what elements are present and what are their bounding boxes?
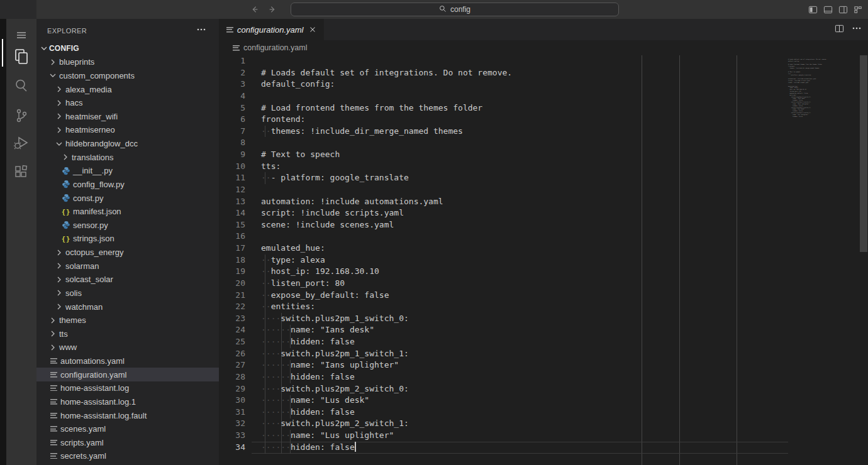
code-line[interactable] (261, 90, 512, 102)
customize-layout-icon[interactable] (854, 5, 863, 14)
tree-item-solarman[interactable]: solarman (36, 259, 219, 273)
code-line[interactable]: ······name: "Lus uplighter" (261, 430, 512, 442)
tree-item-home-assistant.log.fault[interactable]: home-assistant.log.fault (36, 408, 219, 422)
tree-item-config_flow.py[interactable]: config_flow.py (36, 178, 219, 192)
line-number: 12 (219, 184, 245, 196)
tab-configuration-yaml[interactable]: configuration.yaml (219, 19, 324, 40)
code-line[interactable]: ····switch.plus2pm_1_switch_1: (261, 348, 512, 360)
tree-item-heatmiser_wifi[interactable]: heatmiser_wifi (36, 110, 219, 124)
code-line[interactable]: ····switch.plus2pm_2_switch_1: (261, 418, 512, 430)
code-line[interactable]: ······hidden: false (261, 371, 512, 383)
tree-item-heatmiserneo[interactable]: heatmiserneo (36, 123, 219, 137)
tree-item-secrets.yaml[interactable]: secrets.yaml (36, 449, 219, 463)
code-line[interactable]: ····switch.plus2pm_1_switch_0: (261, 313, 512, 325)
line-number: 22 (219, 301, 245, 313)
code-line[interactable]: ····switch.plus2pm_2_switch_0: (261, 383, 512, 395)
search-view-icon[interactable] (6, 75, 36, 96)
code-line[interactable]: # Load frontend themes from the themes f… (261, 102, 512, 114)
code-line[interactable]: automation: !include automations.yaml (261, 196, 512, 208)
whitespace-dots: ······ (261, 337, 291, 346)
tree-item-label: tts (59, 329, 68, 339)
tree-item-const.py[interactable]: const.py (36, 191, 219, 205)
tree-item-sensor.py[interactable]: sensor.py (36, 219, 219, 232)
code-line[interactable]: scene: !include scenes.yaml (261, 219, 512, 231)
code-line[interactable]: ······hidden: false (261, 442, 512, 454)
chevron-right-icon (54, 84, 64, 94)
code-line[interactable]: ··entities: (261, 301, 512, 313)
code-line[interactable]: emulated_hue: (261, 243, 512, 254)
code-line[interactable]: ······hidden: false (261, 407, 512, 418)
code-line[interactable]: ······name: "Ians desk" (261, 324, 512, 336)
tree-item-__init__.py[interactable]: __init__.py (36, 164, 219, 178)
code-line[interactable]: default_config: (261, 79, 512, 90)
whitespace-dots: ·· (261, 255, 271, 265)
code-line[interactable]: ······hidden: false (261, 336, 512, 348)
breadcrumb[interactable]: configuration.yaml (219, 40, 868, 55)
chevron-right-icon (54, 125, 64, 135)
code-line[interactable]: ··expose_by_default: false (261, 290, 512, 302)
toggle-panel-icon[interactable] (823, 5, 833, 14)
code-line[interactable] (261, 231, 512, 243)
tree-item-blueprints[interactable]: blueprints (36, 55, 219, 69)
editor-ruler (642, 55, 642, 465)
tree-item-home-assistant.log.1[interactable]: home-assistant.log.1 (36, 395, 219, 409)
code-line[interactable]: script: !include scripts.yaml (261, 207, 512, 219)
source-control-icon[interactable] (6, 106, 36, 126)
code-line[interactable]: ··themes: !include_dir_merge_named theme… (261, 126, 512, 138)
code-line[interactable]: # Loads default set of integrations. Do … (261, 67, 512, 79)
code-line[interactable] (261, 137, 512, 149)
tree-item-tts[interactable]: tts (36, 327, 219, 341)
code-line[interactable]: frontend: (261, 114, 512, 126)
tree-item-scripts.yaml[interactable]: scripts.yaml (36, 436, 219, 450)
line-number: 5 (219, 102, 245, 114)
tree-item-www[interactable]: www (36, 341, 219, 354)
tree-item-solis[interactable]: solis (36, 287, 219, 300)
yaml-file-icon (48, 451, 59, 461)
split-editor-icon[interactable] (835, 24, 844, 36)
tree-root-config[interactable]: CONFIG (36, 41, 219, 55)
toggle-secondary-sidebar-icon[interactable] (838, 5, 848, 14)
tree-item-alexa_media[interactable]: alexa_media (36, 82, 219, 96)
tree-item-custom_components[interactable]: custom_components (36, 69, 219, 83)
explorer-more-actions-icon[interactable] (196, 25, 206, 37)
line-number: 13 (219, 196, 245, 208)
tree-item-octopus_energy[interactable]: octopus_energy (36, 246, 219, 260)
code-line[interactable]: ··- platform: google_translate (261, 172, 512, 184)
code-line[interactable]: ··host_ip: 192.168.30.10 (261, 266, 512, 278)
code-line[interactable] (261, 55, 512, 67)
run-debug-icon[interactable] (6, 133, 36, 153)
back-icon[interactable] (250, 5, 259, 14)
tab-label: configuration.yaml (237, 25, 304, 35)
explorer-icon[interactable] (6, 46, 36, 67)
tree-item-solcast_solar[interactable]: solcast_solar (36, 273, 219, 287)
extensions-icon[interactable] (6, 162, 36, 182)
editor-more-actions-icon[interactable] (852, 23, 862, 36)
code-line[interactable] (261, 184, 512, 196)
code-line[interactable]: ··listen_port: 80 (261, 278, 512, 290)
close-icon[interactable] (308, 25, 318, 35)
tree-item-automations.yaml[interactable]: automations.yaml (36, 354, 219, 368)
code-line[interactable]: # Text to speech (261, 149, 512, 161)
menu-icon[interactable] (6, 25, 36, 45)
tree-item-label: home-assistant.log.fault (60, 411, 147, 420)
tree-item-strings.json[interactable]: {}strings.json (36, 232, 219, 246)
code-line[interactable]: tts: (261, 161, 512, 173)
command-center-search[interactable]: config (291, 3, 619, 16)
forward-icon[interactable] (268, 5, 277, 14)
code-line[interactable]: ··type: alexa (261, 254, 512, 266)
tree-item-hildebrandglow_dcc[interactable]: hildebrandglow_dcc (36, 137, 219, 151)
tree-item-themes[interactable]: themes (36, 314, 219, 327)
tree-item-home-assistant.log[interactable]: home-assistant.log (36, 381, 219, 395)
tree-item-watchman[interactable]: watchman (36, 300, 219, 314)
code-line[interactable]: ······name: "Lus desk" (261, 395, 512, 407)
tree-item-scenes.yaml[interactable]: scenes.yaml (36, 422, 219, 436)
tree-item-hacs[interactable]: hacs (36, 96, 219, 110)
tree-item-label: octopus_energy (65, 248, 124, 257)
toggle-primary-sidebar-icon[interactable] (808, 5, 818, 14)
minimap[interactable]: # Loads default set of integrations. Do … (788, 57, 864, 118)
tree-item-translations[interactable]: translations (36, 150, 219, 164)
tree-item-configuration.yaml[interactable]: configuration.yaml (36, 368, 219, 381)
scrollbar-thumb[interactable] (860, 55, 867, 252)
code-line[interactable]: ······name: "Ians uplighter" (261, 359, 512, 371)
tree-item-manifest.json[interactable]: {}manifest.json (36, 205, 219, 219)
